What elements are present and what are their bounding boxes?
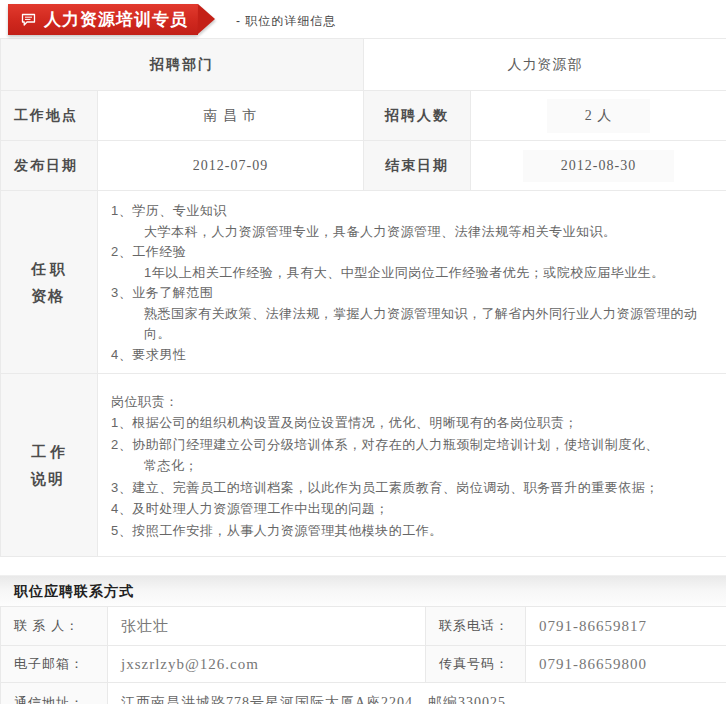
qualification-line: 2、工作经验 xyxy=(111,242,718,263)
description-label: 工作说明 xyxy=(1,374,98,557)
contact-section-header: 职位应聘联系方式 xyxy=(0,575,726,606)
description-line: 1、根据公司的组织机构设置及岗位设置情况，优化、明晰现有的各岗位职责； xyxy=(111,412,718,434)
publish-date-label: 发布日期 xyxy=(1,141,98,191)
department-label: 招聘部门 xyxy=(1,39,364,91)
location-value: 南 昌 市 xyxy=(98,91,364,141)
contact-table: 联 系 人： 张壮壮 联系电话： 0791-86659817 电子邮箱： jxs… xyxy=(0,606,726,704)
description-list: 岗位职责： 1、根据公司的组织机构设置及岗位设置情况，优化、明晰现有的各岗位职责… xyxy=(111,391,718,542)
table-row-department: 招聘部门 人力资源部 xyxy=(1,39,726,91)
contact-email-value: jxszrlzyb@126.com xyxy=(108,646,426,683)
description-line: 岗位职责： xyxy=(111,391,718,413)
qualification-line: 1、学历、专业知识 xyxy=(111,201,718,222)
qualification-line: 1年以上相关工作经验，具有大、中型企业同岗位工作经验者优先；或院校应届毕业生。 xyxy=(111,263,718,284)
description-content: 岗位职责： 1、根据公司的组织机构设置及岗位设置情况，优化、明晰现有的各岗位职责… xyxy=(98,374,726,557)
contact-phone-value: 0791-86659817 xyxy=(526,607,726,646)
headcount-value: 2 人 xyxy=(471,91,726,141)
job-detail-table: 招聘部门 人力资源部 工作地点 南 昌 市 招聘人数 2 人 发布日期 2012… xyxy=(0,38,726,557)
qualifications-content: 1、学历、专业知识 大学本科，人力资源管理专业，具备人力资源管理、法律法规等相关… xyxy=(98,191,726,374)
end-date-label: 结束日期 xyxy=(364,141,471,191)
banner: 人力资源培训专员 - 职位的详细信息 xyxy=(0,0,726,38)
qualifications-list: 1、学历、专业知识 大学本科，人力资源管理专业，具备人力资源管理、法律法规等相关… xyxy=(111,201,718,365)
table-row-location-headcount: 工作地点 南 昌 市 招聘人数 2 人 xyxy=(1,91,726,141)
description-line: 5、按照工作安排，从事人力资源管理其他模块的工作。 xyxy=(111,520,718,542)
contact-address-label: 通信地址： xyxy=(1,683,108,704)
end-date-value: 2012-08-30 xyxy=(471,141,726,191)
qualification-line: 3、业务了解范围 xyxy=(111,283,718,304)
publish-date-value: 2012-07-09 xyxy=(98,141,364,191)
description-line: 3、建立、完善员工的培训档案，以此作为员工素质教育、岗位调动、职务晋升的重要依据… xyxy=(111,477,718,499)
headcount-label: 招聘人数 xyxy=(364,91,471,141)
contact-email-label: 电子邮箱： xyxy=(1,646,108,683)
table-row-description: 工作说明 岗位职责： 1、根据公司的组织机构设置及岗位设置情况，优化、明晰现有的… xyxy=(1,374,726,557)
contact-row-email-fax: 电子邮箱： jxszrlzyb@126.com 传真号码： 0791-86659… xyxy=(1,646,726,683)
description-line: 4、及时处理人力资源管理工作中出现的问题； xyxy=(111,498,718,520)
qualifications-label: 任职资格 xyxy=(1,191,98,374)
contact-person-label: 联 系 人： xyxy=(1,607,108,646)
speech-bubble-icon xyxy=(21,13,36,27)
qualification-line: 熟悉国家有关政策、法律法规，掌握人力资源管理知识，了解省内外同行业人力资源管理的… xyxy=(111,304,718,345)
description-line: 常态化； xyxy=(111,455,718,477)
contact-phone-label: 联系电话： xyxy=(426,607,526,646)
job-title: 人力资源培训专员 xyxy=(44,8,188,31)
job-detail-page: 人力资源培训专员 - 职位的详细信息 招聘部门 人力资源部 工作地点 南 昌 市… xyxy=(0,0,726,704)
job-title-ribbon: 人力资源培训专员 xyxy=(8,4,198,35)
contact-row-person-phone: 联 系 人： 张壮壮 联系电话： 0791-86659817 xyxy=(1,607,726,646)
table-row-qualifications: 任职资格 1、学历、专业知识 大学本科，人力资源管理专业，具备人力资源管理、法律… xyxy=(1,191,726,374)
contact-fax-value: 0791-86659800 xyxy=(526,646,726,683)
qualification-line: 4、要求男性 xyxy=(111,345,718,366)
contact-person-value: 张壮壮 xyxy=(108,607,426,646)
contact-row-address: 通信地址： 江西南昌洪城路778号星河国际大厦A座2204，邮编330025 xyxy=(1,683,726,704)
contact-address-value: 江西南昌洪城路778号星河国际大厦A座2204，邮编330025 xyxy=(108,683,726,704)
description-line: 2、协助部门经理建立公司分级培训体系，对存在的人力瓶颈制定培训计划，使培训制度化… xyxy=(111,434,718,456)
department-value: 人力资源部 xyxy=(364,39,726,91)
qualification-line: 大学本科，人力资源管理专业，具备人力资源管理、法律法规等相关专业知识。 xyxy=(111,222,718,243)
banner-subtitle: - 职位的详细信息 xyxy=(236,13,336,30)
contact-section: 职位应聘联系方式 联 系 人： 张壮壮 联系电话： 0791-86659817 … xyxy=(0,575,726,704)
contact-fax-label: 传真号码： xyxy=(426,646,526,683)
table-row-dates: 发布日期 2012-07-09 结束日期 2012-08-30 xyxy=(1,141,726,191)
location-label: 工作地点 xyxy=(1,91,98,141)
